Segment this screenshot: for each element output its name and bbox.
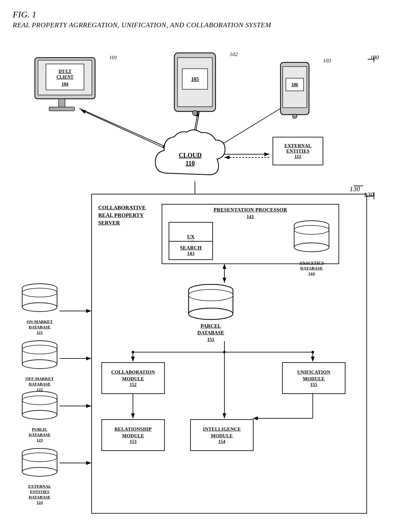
pp-label: PRESENTATION PROCESSOR <box>162 207 338 213</box>
svg-rect-37 <box>49 107 74 111</box>
fig-subtitle: REAL PROPERTY AGRREGATION, UNIFICATION, … <box>13 21 380 29</box>
svg-point-68 <box>223 351 226 353</box>
search-label: SEARCH <box>180 245 202 251</box>
svg-point-69 <box>312 351 314 353</box>
svg-point-42 <box>192 111 197 116</box>
svg-point-47 <box>293 114 297 118</box>
ref-111: 111 <box>294 154 301 159</box>
monitor-device: DT/LT CLIENT 104 101 <box>29 54 101 119</box>
svg-text:CLOUD: CLOUD <box>179 152 202 159</box>
svg-point-83 <box>22 288 57 297</box>
svg-point-55 <box>294 225 329 234</box>
ref-101: 101 <box>109 54 118 61</box>
ref-130-text: 130 <box>364 191 374 199</box>
svg-point-61 <box>189 289 233 301</box>
analytics-db-label: ANALYTICS DATABASE 144 <box>291 260 332 276</box>
collab-line2: REAL PROPERTY <box>98 212 144 218</box>
cloud: CLOUD 110 <box>149 129 231 186</box>
on-market-label: ON-MARKET DATABASE 121 <box>19 319 60 335</box>
svg-point-89 <box>22 345 57 354</box>
collab-line1: COLLABORATIVE <box>98 205 146 211</box>
svg-point-94 <box>22 410 57 419</box>
svg-text:105: 105 <box>191 76 199 82</box>
ref-100: 100 <box>370 54 379 61</box>
server-box-130: 130 COLLABORATIVE REAL PROPERTY SERVER P… <box>91 194 367 514</box>
ref-103: 103 <box>323 58 332 64</box>
svg-point-60 <box>189 308 233 320</box>
svg-point-67 <box>132 351 134 353</box>
diagram: 100 DT/LT CLIENT 104 101 <box>13 35 380 529</box>
presentation-processor-box: PRESENTATION PROCESSOR 141 UX 142 SEARCH… <box>162 204 339 264</box>
intel-mod-label: INTELLIGENCEMODULE <box>203 426 241 439</box>
tablet-device: 105 102 <box>168 51 222 122</box>
collaboration-module-box: COLLABORATIONMODULE 152 <box>101 362 165 394</box>
collab-line3: SERVER <box>98 220 120 226</box>
public-db: PUBLIC DATABASE 123 <box>19 390 60 443</box>
fig-title: FIG. 1 <box>13 10 380 20</box>
parcel-db-label: PARCEL DATABASE 151 <box>184 323 238 343</box>
unification-module-box: UNIFICATIONMODULE 155 <box>282 362 345 394</box>
ref-153: 153 <box>130 439 137 444</box>
intelligence-module-box: INTELLIGENCEMODULE 154 <box>190 419 254 451</box>
relationship-module-box: RELATIONSHIPMODULE 153 <box>101 419 165 451</box>
analytics-db-container: ANALYTICS DATABASE 144 <box>291 219 332 276</box>
ref-102: 102 <box>230 51 238 58</box>
svg-text:106: 106 <box>292 82 298 87</box>
search-box: SEARCH 143 <box>169 241 213 260</box>
svg-point-82 <box>22 303 57 312</box>
svg-text:DT/LT: DT/LT <box>59 69 72 74</box>
parcel-db-container: PARCEL DATABASE 151 <box>184 283 238 343</box>
ref-154: 154 <box>218 439 225 444</box>
collab-mod-label: COLLABORATIONMODULE <box>111 369 155 382</box>
svg-point-100 <box>22 467 57 476</box>
svg-text:CLIENT: CLIENT <box>56 75 74 79</box>
svg-text:110: 110 <box>186 160 195 167</box>
external-entities-label: EXTERNALENTITIES <box>284 143 312 154</box>
off-market-db: OFF-MARKET DATABASE 122 <box>19 339 60 392</box>
ext-ent-db-label: EXTERNAL ENTITIES DATABASE 124 <box>19 484 60 505</box>
svg-point-88 <box>22 360 57 369</box>
on-market-db: ON-MARKET DATABASE 121 <box>19 282 60 335</box>
ref-155: 155 <box>310 382 317 387</box>
svg-point-101 <box>22 453 57 462</box>
external-entities-db: EXTERNAL ENTITIES DATABASE 124 <box>19 447 60 505</box>
collaborative-server-label: COLLABORATIVE REAL PROPERTY SERVER <box>98 204 146 226</box>
unif-mod-label: UNIFICATIONMODULE <box>297 369 331 382</box>
phone-device: 106 103 <box>276 61 314 122</box>
external-entities-box: EXTERNALENTITIES 111 <box>273 137 323 165</box>
ref-152: 152 <box>130 382 137 387</box>
page: FIG. 1 REAL PROPERTY AGRREGATION, UNIFIC… <box>0 0 393 532</box>
svg-point-95 <box>22 396 57 405</box>
ux-label: UX <box>187 234 195 240</box>
svg-text:104: 104 <box>62 82 68 86</box>
svg-rect-36 <box>59 99 65 108</box>
ref-143: 143 <box>187 251 194 256</box>
rel-mod-label: RELATIONSHIPMODULE <box>114 426 152 439</box>
svg-point-54 <box>294 243 329 252</box>
public-db-label: PUBLIC DATABASE 123 <box>19 427 60 443</box>
